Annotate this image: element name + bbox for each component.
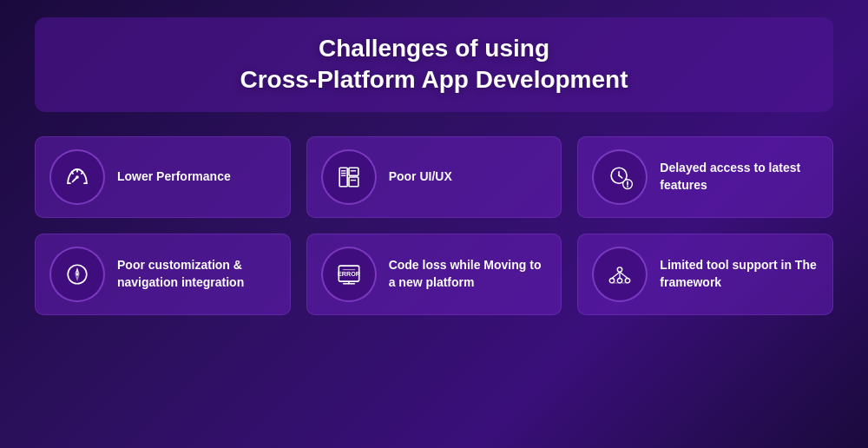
- poor-customization-label: Poor customization & navigation integrat…: [117, 257, 276, 291]
- clock-alert-icon-circle: [592, 149, 648, 205]
- error-screen-icon: ERROR: [333, 259, 365, 290]
- error-screen-icon-circle: ERROR: [321, 247, 377, 302]
- page-title: Challenges of using Cross-Platform App D…: [87, 33, 781, 96]
- svg-line-35: [620, 272, 628, 278]
- svg-point-32: [626, 278, 630, 282]
- compass-icon: [62, 259, 93, 290]
- speedometer-icon: [62, 161, 93, 193]
- svg-rect-7: [349, 168, 358, 175]
- network-nodes-icon: [604, 259, 635, 290]
- svg-point-19: [627, 186, 628, 188]
- lower-performance-label: Lower Performance: [117, 168, 231, 186]
- limited-tool-label: Limited tool support in The framework: [660, 257, 819, 291]
- svg-point-23: [76, 273, 79, 276]
- card-lower-performance: Lower Performance: [35, 136, 291, 218]
- poor-uiux-label: Poor UI/UX: [389, 168, 452, 186]
- code-loss-label: Code loss while Moving to a new platform: [389, 257, 548, 291]
- svg-point-5: [76, 175, 79, 179]
- svg-text:ERROR: ERROR: [338, 270, 361, 278]
- compass-icon-circle: [49, 247, 105, 302]
- card-poor-uiux: Poor UI/UX: [306, 136, 562, 218]
- svg-line-4: [72, 171, 73, 173]
- svg-line-3: [82, 171, 82, 173]
- ui-layout-icon: [333, 161, 365, 193]
- speedometer-icon-circle: [49, 149, 105, 205]
- clock-alert-icon: [604, 161, 635, 193]
- svg-rect-8: [349, 177, 358, 187]
- delayed-access-label: Delayed access to latest features: [660, 160, 819, 194]
- card-code-loss: ERROR Code loss while Moving to a new pl…: [306, 234, 562, 315]
- card-limited-tool: Limited tool support in The framework: [577, 234, 833, 315]
- card-poor-customization: Poor customization & navigation integrat…: [35, 234, 291, 315]
- title-block: Challenges of using Cross-Platform App D…: [35, 17, 833, 112]
- card-delayed-access: Delayed access to latest features: [577, 136, 833, 218]
- ui-layout-icon-circle: [321, 149, 377, 205]
- svg-point-31: [618, 278, 622, 282]
- svg-line-16: [619, 175, 622, 178]
- svg-line-33: [612, 272, 620, 278]
- cards-grid: Lower Performance Poor UI/UX: [35, 136, 833, 315]
- svg-point-30: [610, 278, 615, 282]
- svg-point-29: [618, 267, 622, 272]
- network-nodes-icon-circle: [592, 247, 648, 302]
